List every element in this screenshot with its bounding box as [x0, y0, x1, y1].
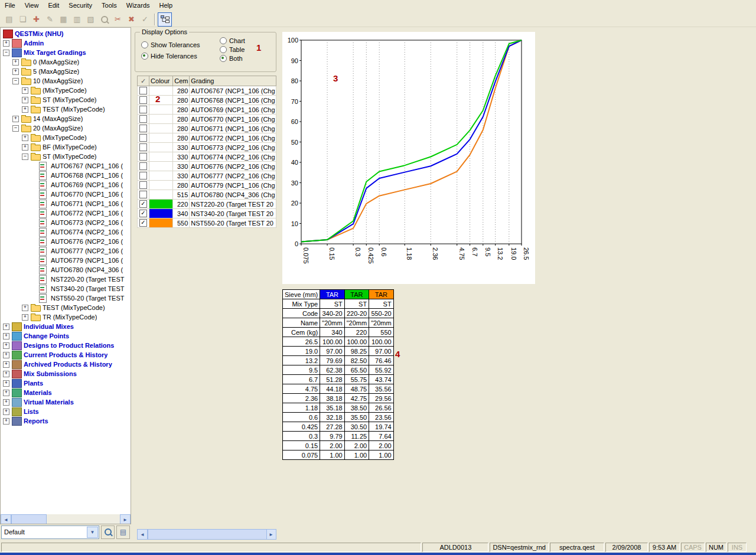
expand-toggle[interactable]: + — [22, 305, 28, 311]
tree-item-test-mixtypecode[interactable]: +TEST (MixTypeCode) — [1, 303, 131, 312]
row-checkbox[interactable] — [139, 115, 147, 123]
tree-item-designs-to-product-relations[interactable]: +Designs to Product Relations — [1, 341, 131, 350]
add-record-icon[interactable]: ✚ — [30, 13, 43, 26]
paste-icon[interactable]: ▥ — [70, 13, 84, 26]
expand-toggle[interactable]: + — [3, 418, 9, 425]
tree-item-qestmix-nhu[interactable]: QESTMix (NHU) — [1, 29, 131, 38]
menu-edit[interactable]: Edit — [43, 0, 64, 11]
export-icon[interactable]: ▧ — [84, 13, 97, 26]
expand-toggle[interactable]: + — [3, 40, 9, 47]
tree-item-individual-mixes[interactable]: +Individual Mixes — [1, 322, 131, 331]
row-checkbox[interactable] — [139, 87, 147, 94]
tree-item-materials[interactable]: +Materials — [1, 388, 131, 397]
scrollbar-track[interactable] — [11, 514, 120, 524]
tree-item-auto6777-ncp2-106[interactable]: AUTO6777 (NCP2_106 ( — [1, 246, 131, 256]
expand-toggle[interactable]: + — [12, 59, 19, 66]
search-button[interactable] — [101, 525, 115, 539]
grading-row-auto6776[interactable]: 330AUTO6776 (NCP2_106 (Chg — [138, 162, 276, 171]
menu-file[interactable]: File — [0, 0, 20, 11]
grading-row-auto6779[interactable]: 280AUTO6779 (NCP1_106 (Chg — [138, 181, 276, 190]
scroll-right-button[interactable]: ► — [266, 529, 276, 540]
menu-view[interactable]: View — [20, 0, 44, 11]
grading-row-auto6771[interactable]: 280AUTO6771 (NCP1_106 (Chg — [138, 124, 276, 133]
tree-item-change-points[interactable]: +Change Points — [1, 331, 131, 341]
tree-item-mixtypecode[interactable]: +(MixTypeCode) — [1, 86, 131, 95]
tree-item-auto6771-ncp1-106[interactable]: AUTO6771 (NCP1_106 ( — [1, 199, 131, 208]
expand-toggle[interactable]: + — [3, 399, 9, 406]
tree-item-auto6767-ncp1-106[interactable]: AUTO6767 (NCP1_106 ( — [1, 161, 131, 171]
collapse-toggle[interactable]: − — [22, 154, 28, 160]
row-checkbox[interactable] — [139, 181, 147, 189]
grading-row-auto6780[interactable]: 515AUTO6780 (NCP4_306 (Chg — [138, 190, 276, 200]
tree-item-mix-target-gradings[interactable]: −Mix Target Gradings — [1, 48, 131, 57]
radio-chart[interactable]: Chart — [220, 37, 245, 45]
grading-row-nst340-20[interactable]: ✓340NST340-20 (Target TEST 20 — [138, 209, 276, 218]
save-icon[interactable]: ▤ — [2, 13, 16, 26]
tree-item-auto6770-ncp1-106[interactable]: AUTO6770 (NCP1_106 ( — [1, 190, 131, 199]
cut-icon[interactable]: ✂ — [111, 13, 125, 26]
tree-item-auto6779-ncp1-106[interactable]: AUTO6779 (NCP1_106 ( — [1, 256, 131, 265]
tree-item-auto6776-ncp2-106[interactable]: AUTO6776 (NCP2_106 ( — [1, 237, 131, 246]
tree-item-mix-submissions[interactable]: +Mix Submissions — [1, 369, 131, 378]
copy-icon[interactable]: ▦ — [57, 13, 70, 26]
expand-toggle[interactable]: + — [22, 135, 28, 141]
expand-toggle[interactable]: + — [3, 409, 9, 415]
new-record-icon[interactable]: ❏ — [16, 13, 30, 26]
profile-combobox[interactable]: Default ▼ — [1, 525, 99, 539]
scroll-left-button[interactable]: ◄ — [137, 529, 148, 540]
row-checkbox[interactable] — [139, 143, 147, 151]
grid-header-check[interactable]: ✓ — [138, 76, 149, 86]
expand-toggle[interactable]: + — [12, 116, 19, 122]
tree-item-current-products-history[interactable]: +Current Products & History — [1, 350, 131, 360]
tree-horizontal-scrollbar[interactable]: ◄ ► — [1, 514, 131, 524]
grading-row-auto6772[interactable]: 280AUTO6772 (NCP1_106 (Chg — [138, 133, 276, 143]
menu-help[interactable]: Help — [155, 0, 178, 11]
row-checkbox[interactable] — [139, 162, 147, 170]
tree-item-archived-products-history[interactable]: +Archived Products & History — [1, 360, 131, 369]
tree-item-nst340-20-target-test[interactable]: NST340-20 (Target TEST — [1, 284, 131, 293]
expand-toggle[interactable]: + — [3, 342, 9, 349]
grid-header-grading[interactable]: Grading — [190, 76, 276, 86]
tree-item-auto6773-ncp2-106[interactable]: AUTO6773 (NCP2_106 ( — [1, 218, 131, 227]
tree-item-mixtypecode[interactable]: +(MixTypeCode) — [1, 133, 131, 142]
tree-view-icon[interactable] — [158, 12, 172, 27]
grading-row-nst220-20[interactable]: ✓220NST220-20 (Target TEST 20 — [138, 200, 276, 209]
collapse-toggle[interactable]: − — [12, 125, 19, 132]
menu-wizards[interactable]: Wizards — [122, 0, 155, 11]
scroll-left-button[interactable]: ◄ — [1, 514, 11, 524]
open-form-button[interactable]: ▤ — [116, 525, 130, 539]
tree-item-auto6772-ncp1-106[interactable]: AUTO6772 (NCP1_106 ( — [1, 208, 131, 218]
expand-toggle[interactable]: + — [3, 352, 9, 358]
radio-hide-tolerances[interactable]: Hide Tolerances — [141, 52, 200, 60]
row-checkbox[interactable]: ✓ — [139, 210, 147, 217]
tree-item-test-mixtypecode[interactable]: +TEST (MixTypeCode) — [1, 105, 131, 114]
tree-item-virtual-materials[interactable]: +Virtual Materials — [1, 397, 131, 407]
tree-item-admin[interactable]: +Admin — [1, 38, 131, 48]
tree-item-bf-mixtypecode[interactable]: +BF (MixTypeCode) — [1, 142, 131, 152]
radio-both[interactable]: Both — [220, 54, 245, 63]
expand-toggle[interactable]: + — [12, 68, 19, 75]
grading-row-auto6769[interactable]: 280AUTO6769 (NCP1_106 (Chg — [138, 105, 276, 115]
tree-item-5-maxaggsize[interactable]: +5 (MaxAggSize) — [1, 67, 131, 76]
grid-horizontal-scrollbar[interactable]: ◄ ► — [137, 529, 276, 538]
expand-toggle[interactable]: + — [3, 333, 9, 339]
row-checkbox[interactable]: ✓ — [139, 200, 147, 208]
tree-item-nst550-20-target-test[interactable]: NST550-20 (Target TEST — [1, 293, 131, 303]
expand-toggle[interactable]: + — [22, 97, 28, 103]
expand-toggle[interactable]: + — [3, 380, 9, 387]
scrollbar-track[interactable] — [148, 529, 266, 538]
grading-row-auto6770[interactable]: 280AUTO6770 (NCP1_106 (Chg — [138, 115, 276, 124]
grading-row-auto6773[interactable]: 330AUTO6773 (NCP2_106 (Chg — [138, 143, 276, 152]
expand-toggle[interactable]: + — [3, 390, 9, 396]
expand-toggle[interactable]: + — [22, 87, 28, 94]
row-checkbox[interactable]: ✓ — [139, 219, 147, 227]
tree-item-20-maxaggsize[interactable]: −20 (MaxAggSize) — [1, 123, 131, 133]
tree-item-tr-mixtypecode[interactable]: +TR (MixTypeCode) — [1, 312, 131, 322]
grid-header-cem[interactable]: Cem — [173, 76, 190, 86]
tree-item-st-mixtypecode[interactable]: −ST (MixTypeCode) — [1, 152, 131, 161]
tree-item-auto6780-ncp4-306[interactable]: AUTO6780 (NCP4_306 ( — [1, 265, 131, 275]
row-checkbox[interactable] — [139, 172, 147, 179]
row-checkbox[interactable] — [139, 96, 147, 104]
edit-record-icon[interactable]: ✎ — [43, 13, 57, 26]
collapse-toggle[interactable]: − — [12, 78, 19, 84]
